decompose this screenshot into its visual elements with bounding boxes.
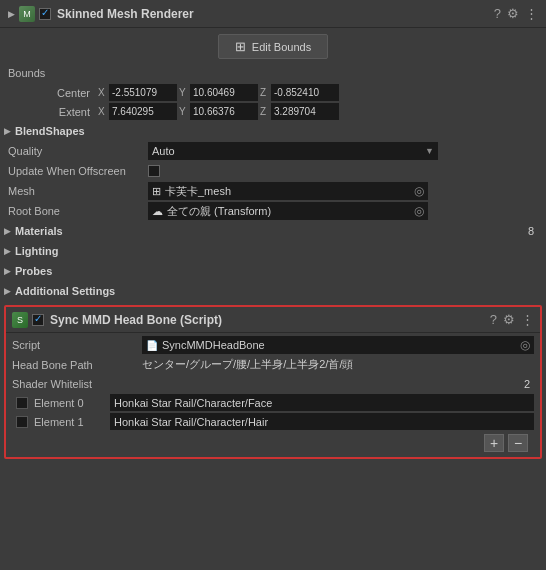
lighting-section[interactable]: ▶ Lighting <box>0 241 546 261</box>
blendshapes-label: BlendShapes <box>15 125 85 137</box>
center-z-field: Z <box>260 84 339 101</box>
root-bone-field[interactable]: ☁ 全ての親 (Transform) ◎ <box>148 202 428 220</box>
settings-icon[interactable]: ⚙ <box>507 6 519 21</box>
blendshapes-section[interactable]: ▶ BlendShapes <box>0 121 546 141</box>
extent-y-input[interactable] <box>190 103 258 120</box>
collapse-arrow-icon[interactable]: ▶ <box>8 9 15 19</box>
materials-arrow-icon: ▶ <box>4 226 11 236</box>
header-icons: ▶ M ✓ <box>8 6 51 22</box>
extent-label: Extent <box>8 106 98 118</box>
update-offscreen-label: Update When Offscreen <box>8 165 148 177</box>
center-z-input[interactable] <box>271 84 339 101</box>
quality-dropdown[interactable]: Auto ▼ <box>148 142 438 160</box>
component-title: Skinned Mesh Renderer <box>57 7 494 21</box>
script-component-icon: S <box>12 312 28 328</box>
extent-x-axis: X <box>98 106 108 117</box>
mesh-row: Mesh ⊞ 卡芙卡_mesh ◎ <box>0 181 546 201</box>
script-menu-icon[interactable]: ⋮ <box>521 312 534 327</box>
materials-count: 8 <box>528 225 534 237</box>
quality-row: Quality Auto ▼ <box>0 141 546 161</box>
edit-bounds-button[interactable]: ⊞ Edit Bounds <box>218 34 328 59</box>
probes-arrow-icon: ▶ <box>4 266 11 276</box>
element-1-label: Element 1 <box>34 416 110 428</box>
component-header: ▶ M ✓ Skinned Mesh Renderer ? ⚙ ⋮ <box>0 0 546 28</box>
shader-whitelist-count: 2 <box>524 378 530 390</box>
center-x-input[interactable] <box>109 84 177 101</box>
blendshapes-arrow-icon: ▶ <box>4 126 11 136</box>
mesh-icon: ⊞ <box>152 185 161 198</box>
script-component-header: S Sync MMD Head Bone (Script) ? ⚙ ⋮ <box>6 307 540 333</box>
edit-bounds-label: Edit Bounds <box>252 41 311 53</box>
bounds-label: Bounds <box>8 67 45 79</box>
center-x-field: X <box>98 84 177 101</box>
shader-whitelist-label: Shader Whitelist <box>12 378 142 390</box>
center-y-input[interactable] <box>190 84 258 101</box>
script-field-label: Script <box>12 339 142 351</box>
component-icon: M <box>19 6 35 22</box>
bounds-extent-row: Extent X Y Z <box>0 102 546 121</box>
element-1-field[interactable]: Honkai Star Rail/Character/Hair <box>110 413 534 430</box>
script-component: S Sync MMD Head Bone (Script) ? ⚙ ⋮ Scri… <box>4 305 542 459</box>
dropdown-arrow-icon: ▼ <box>425 146 434 156</box>
mesh-label: Mesh <box>8 185 148 197</box>
shader-whitelist-row: Shader Whitelist 2 <box>12 374 534 393</box>
additional-settings-section[interactable]: ▶ Additional Settings <box>0 281 546 301</box>
root-bone-label: Root Bone <box>8 205 148 217</box>
center-fields: X Y Z <box>98 84 339 101</box>
materials-label: Materials <box>15 225 63 237</box>
update-offscreen-row: Update When Offscreen <box>0 161 546 181</box>
element-1-checkbox[interactable] <box>16 416 28 428</box>
bounds-center-row: Center X Y Z <box>0 83 546 102</box>
script-help-icon[interactable]: ? <box>490 312 497 327</box>
lighting-arrow-icon: ▶ <box>4 246 11 256</box>
extent-y-axis: Y <box>179 106 189 117</box>
script-value: SyncMMDHeadBone <box>162 339 265 351</box>
extent-z-axis: Z <box>260 106 270 117</box>
lighting-label: Lighting <box>15 245 58 257</box>
extent-y-field: Y <box>179 103 258 120</box>
probes-section[interactable]: ▶ Probes <box>0 261 546 281</box>
extent-x-input[interactable] <box>109 103 177 120</box>
materials-section[interactable]: ▶ Materials 8 <box>0 221 546 241</box>
script-settings-icon[interactable]: ⚙ <box>503 312 515 327</box>
mesh-field[interactable]: ⊞ 卡芙卡_mesh ◎ <box>148 182 428 200</box>
element-0-checkbox[interactable] <box>16 397 28 409</box>
bottom-bar: + − <box>12 431 534 455</box>
script-component-title: Sync MMD Head Bone (Script) <box>50 313 490 327</box>
extent-x-field: X <box>98 103 177 120</box>
menu-icon[interactable]: ⋮ <box>525 6 538 21</box>
extent-fields: X Y Z <box>98 103 339 120</box>
center-x-axis: X <box>98 87 108 98</box>
script-enabled-checkbox[interactable] <box>32 314 44 326</box>
script-file-icon: 📄 <box>146 340 158 351</box>
header-actions: ? ⚙ ⋮ <box>494 6 538 21</box>
script-select-icon[interactable]: ◎ <box>520 338 530 352</box>
update-offscreen-checkbox[interactable] <box>148 165 160 177</box>
extent-z-field: Z <box>260 103 339 120</box>
element-0-label: Element 0 <box>34 397 110 409</box>
root-bone-icon: ☁ <box>152 205 163 218</box>
script-field-row: Script 📄 SyncMMDHeadBone ◎ <box>12 335 534 355</box>
extent-z-input[interactable] <box>271 103 339 120</box>
quality-value: Auto <box>152 145 175 157</box>
enabled-checkbox[interactable]: ✓ <box>39 8 51 20</box>
center-y-field: Y <box>179 84 258 101</box>
head-bone-row: Head Bone Path センター/グループ/腰/上半身/上半身2/首/頭 <box>12 355 534 374</box>
element-0-field[interactable]: Honkai Star Rail/Character/Face <box>110 394 534 411</box>
center-label: Center <box>8 87 98 99</box>
script-value-field[interactable]: 📄 SyncMMDHeadBone ◎ <box>142 336 534 354</box>
mesh-value: 卡芙卡_mesh <box>165 184 231 199</box>
mesh-select-icon[interactable]: ◎ <box>414 184 424 198</box>
panel: ▶ M ✓ Skinned Mesh Renderer ? ⚙ ⋮ ⊞ Edit… <box>0 0 546 459</box>
quality-label: Quality <box>8 145 148 157</box>
root-bone-select-icon[interactable]: ◎ <box>414 204 424 218</box>
element-0-value: Honkai Star Rail/Character/Face <box>114 397 272 409</box>
center-y-axis: Y <box>179 87 189 98</box>
bounds-label-row: Bounds <box>0 63 546 83</box>
center-z-axis: Z <box>260 87 270 98</box>
add-element-button[interactable]: + <box>484 434 504 452</box>
remove-element-button[interactable]: − <box>508 434 528 452</box>
root-bone-value: 全ての親 (Transform) <box>167 204 271 219</box>
additional-settings-arrow-icon: ▶ <box>4 286 11 296</box>
help-icon[interactable]: ? <box>494 6 501 21</box>
